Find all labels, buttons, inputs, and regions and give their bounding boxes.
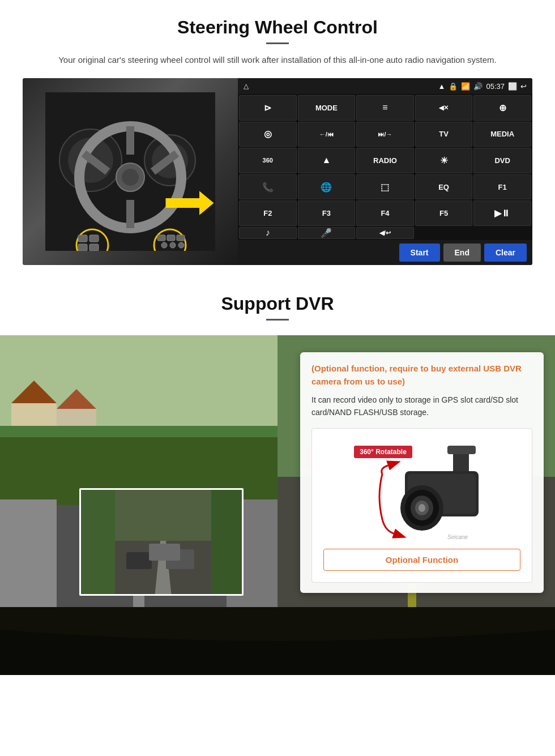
hu-btn-mute[interactable]: ◀✕ (415, 95, 473, 121)
status-time: 05:37 (486, 82, 505, 91)
camera-svg-area: 360° Rotatable (348, 440, 496, 542)
hu-btn-playpause[interactable]: ▶⏸ (473, 200, 531, 226)
svg-rect-19 (157, 235, 165, 241)
svg-rect-16 (89, 235, 99, 242)
status-right: ▲ 🔒 📶 🔊 05:37 ⬜ ↩ (438, 82, 527, 91)
svg-point-12 (122, 169, 139, 186)
hu-btn-radio[interactable]: RADIO (356, 148, 414, 173)
dvr-info-box: (Optional function, require to buy exter… (300, 352, 544, 593)
hu-btn-mic[interactable]: 🎤 (298, 227, 356, 239)
pip-scene (81, 490, 244, 596)
end-button[interactable]: End (443, 244, 481, 262)
dvr-header: Support DVR (0, 276, 555, 335)
status-bar: △ ▲ 🔒 📶 🔊 05:37 ⬜ ↩ (238, 78, 532, 94)
sound-icon: 🔊 (473, 82, 483, 91)
svg-point-52 (419, 504, 425, 512)
svg-rect-17 (78, 244, 87, 251)
svg-rect-63 (149, 544, 180, 561)
bottom-scene (0, 607, 555, 675)
section-subtitle: Your original car's steering wheel contr… (45, 53, 510, 67)
wifi-icon: ▲ (438, 82, 446, 91)
clear-button[interactable]: Clear (484, 244, 527, 262)
svg-rect-24 (178, 242, 184, 248)
dvr-desc-text: It can record video only to storage in G… (311, 394, 532, 419)
window-icon: ⬜ (508, 82, 517, 91)
svg-text:Seicane: Seicane (447, 534, 468, 540)
hu-btn-phone[interactable]: 📞 (239, 174, 297, 200)
hu-btn-nav[interactable]: ⊳ (239, 95, 297, 121)
hu-btn-f3[interactable]: F3 (298, 200, 356, 226)
svg-rect-35 (0, 499, 57, 607)
hu-btn-music[interactable]: ♪ (239, 227, 297, 239)
dvr-optional-text: (Optional function, require to buy exter… (311, 362, 532, 388)
hu-btn-mirror[interactable]: ⬚ (356, 174, 414, 200)
svg-rect-60 (211, 490, 244, 596)
hu-btn-mode[interactable]: MODE (298, 95, 356, 121)
svg-rect-18 (89, 244, 99, 251)
rotatable-badge: 360° Rotatable (354, 446, 412, 458)
hu-btn-eject[interactable]: ▲ (298, 148, 356, 173)
hu-btn-empty1 (415, 227, 473, 239)
optional-function-button[interactable]: Optional Function (323, 549, 520, 571)
hu-btn-next[interactable]: ⏭/→ (356, 122, 414, 147)
lock-icon: 🔒 (449, 82, 458, 91)
page-title: Steering Wheel Control (23, 17, 532, 38)
steering-wheel-icon: km/h (45, 92, 215, 251)
svg-rect-23 (170, 242, 176, 248)
hu-btn-media[interactable]: MEDIA (473, 122, 531, 147)
hu-btn-f5[interactable]: F5 (415, 200, 473, 226)
hu-btn-eq[interactable]: EQ (415, 174, 473, 200)
start-button[interactable]: Start (399, 244, 440, 262)
hu-btn-360[interactable]: 360 (239, 148, 297, 173)
dvr-camera-box: 360° Rotatable (311, 428, 532, 583)
svg-rect-59 (81, 490, 115, 596)
hu-btn-f1[interactable]: F1 (473, 174, 531, 200)
dvr-bottom-area (0, 607, 555, 675)
status-left: △ (244, 82, 249, 90)
hu-btn-prev[interactable]: ←/⏮ (298, 122, 356, 147)
svg-rect-22 (161, 242, 167, 248)
title-divider (266, 42, 289, 44)
home-icon: △ (244, 82, 249, 90)
hu-btn-menu[interactable]: ≡ (356, 95, 414, 121)
hu-btn-back2[interactable]: ◀/↩ (356, 227, 414, 239)
steering-section: Steering Wheel Control Your original car… (0, 0, 555, 276)
hu-btn-dvd[interactable]: DVD (473, 148, 531, 173)
hu-btn-tv[interactable]: TV (415, 122, 473, 147)
headunit-controls: Start End Clear (238, 240, 532, 265)
svg-rect-21 (177, 235, 185, 241)
svg-rect-15 (78, 235, 87, 242)
dvr-title-divider (266, 319, 289, 321)
signal-icon: 📶 (461, 82, 470, 91)
hu-btn-web[interactable]: 🌐 (298, 174, 356, 200)
hu-btn-apps[interactable]: ⊕ (473, 95, 531, 121)
dvr-title: Support DVR (23, 293, 532, 314)
hu-btn-empty2 (473, 227, 531, 239)
hu-btn-f4[interactable]: F4 (356, 200, 414, 226)
pip-dashcam-image (79, 488, 244, 596)
svg-rect-45 (447, 446, 476, 454)
steering-demo-area: km/h (23, 78, 532, 265)
hu-btn-settings[interactable]: ◎ (239, 122, 297, 147)
headunit-panel: △ ▲ 🔒 📶 🔊 05:37 ⬜ ↩ ⊳ MODE ≡ ◀✕ (238, 78, 532, 265)
back-icon: ↩ (520, 82, 527, 91)
svg-rect-20 (167, 235, 175, 241)
svg-rect-61 (126, 552, 152, 569)
headunit-button-grid: ⊳ MODE ≡ ◀✕ ⊕ ◎ ←/⏮ ⏭/→ TV MEDIA 360 ▲ R… (238, 94, 532, 240)
dvr-section: Support DVR (0, 276, 555, 675)
svg-rect-31 (0, 426, 278, 437)
dvr-background-image: (Optional function, require to buy exter… (0, 335, 555, 607)
hu-btn-f2[interactable]: F2 (239, 200, 297, 226)
steering-image: km/h (23, 78, 238, 265)
hu-btn-brightness[interactable]: ☀ (415, 148, 473, 173)
